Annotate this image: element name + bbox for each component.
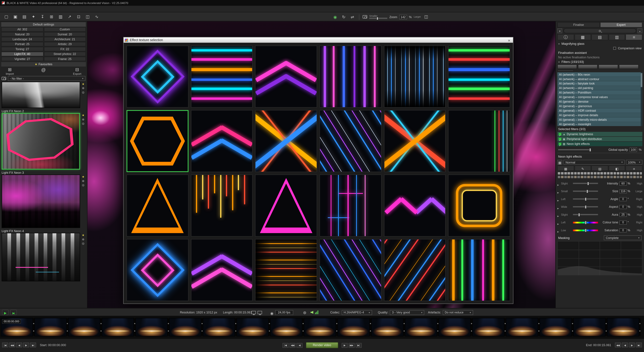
dialog-title-bar[interactable]: Effect texture selection xyxy=(124,38,513,43)
category-button[interactable]: Vignette: 27 xyxy=(1,57,43,61)
timeline-frame[interactable] xyxy=(136,318,168,336)
filter-list-item[interactable]: AI (general) – glamorous xyxy=(557,104,642,108)
timeline-frame[interactable] xyxy=(405,318,437,336)
blend-opacity-select[interactable]: 100% xyxy=(626,160,642,165)
category-button[interactable]: Custom xyxy=(44,27,86,32)
slider-handle[interactable] xyxy=(587,182,589,185)
texture-thumbnail[interactable] xyxy=(255,174,317,236)
close-icon[interactable] xyxy=(506,38,512,42)
category-button[interactable]: Street photos: 22 xyxy=(44,52,86,56)
timeline-frame[interactable] xyxy=(102,318,134,336)
category-button[interactable]: Light FX: 40 xyxy=(1,52,43,56)
texture-thumbnail[interactable] xyxy=(191,239,253,301)
filter-enabled-checkbox[interactable] xyxy=(559,133,562,136)
texture-thumbnail[interactable] xyxy=(255,239,317,301)
zoom-plus-icon[interactable] xyxy=(82,87,84,90)
expand-arrow-icon[interactable] xyxy=(557,188,560,195)
texture-thumbnail[interactable] xyxy=(384,110,446,172)
category-button[interactable]: Artistic: 29 xyxy=(44,42,86,46)
effect-grid-button[interactable] xyxy=(557,160,562,165)
speaker-icon[interactable] xyxy=(310,311,313,314)
end-step-back-button[interactable]: ◀ xyxy=(622,342,628,347)
layout-tab-icon[interactable]: ▤ xyxy=(592,34,608,40)
artefacts-select[interactable]: Do not reduce xyxy=(442,310,473,315)
timeline-frame[interactable] xyxy=(270,318,302,336)
category-button[interactable]: Natural: 20 xyxy=(1,32,43,36)
rewind-button[interactable]: ◀◀ xyxy=(9,342,15,347)
filter-list-item[interactable]: AI (general) – improve details xyxy=(557,113,642,118)
texture-thumbnail[interactable] xyxy=(255,110,317,172)
filters-header-row[interactable]: Filters (193/193) xyxy=(557,60,642,64)
texture-thumbnail[interactable] xyxy=(126,174,188,236)
preview-toggle-icon[interactable] xyxy=(332,14,338,20)
copy-project-icon[interactable]: ▣ xyxy=(12,13,19,20)
slider-value-input[interactable]: 0 xyxy=(619,228,627,232)
slider-handle[interactable] xyxy=(584,228,586,232)
blend-mode-select[interactable]: Normal xyxy=(564,160,625,165)
menu-item[interactable] xyxy=(21,6,30,12)
jump-end-button[interactable]: ▶| xyxy=(30,342,36,347)
filter-list-item[interactable]: AI (general) – moonlight xyxy=(557,122,642,126)
apply-target-icon[interactable] xyxy=(82,242,84,245)
expand-arrow-icon[interactable] xyxy=(557,211,560,218)
import-button[interactable]: Import xyxy=(6,68,14,75)
favourite-star-icon[interactable] xyxy=(82,176,84,178)
global-opacity-slider[interactable] xyxy=(558,149,591,150)
filter-preview[interactable] xyxy=(578,64,598,69)
flip-icon[interactable] xyxy=(349,14,356,20)
texture-thumbnail[interactable] xyxy=(448,174,510,236)
email-button[interactable]: @ xyxy=(41,68,46,75)
filter-list-item[interactable]: AI (artwork) – Pointillism xyxy=(557,90,642,95)
expand-arrow-icon[interactable] xyxy=(557,195,560,202)
texture-thumbnail[interactable] xyxy=(191,46,253,108)
slider-handle[interactable] xyxy=(584,220,586,224)
slider-track[interactable] xyxy=(573,190,598,192)
export-button[interactable]: Export xyxy=(73,68,81,75)
slider-value-input[interactable]: 25 xyxy=(619,212,627,216)
filter-enabled-checkbox[interactable] xyxy=(559,142,562,146)
menu-item[interactable] xyxy=(12,6,21,12)
texture-thumbnail[interactable] xyxy=(384,174,446,236)
share-icon[interactable]: ↗ xyxy=(66,13,73,20)
zoom-slider[interactable] xyxy=(369,18,388,19)
play-icon[interactable] xyxy=(2,310,8,315)
timeline-frame[interactable] xyxy=(472,318,504,336)
monitor-icon[interactable] xyxy=(252,311,256,314)
Light FX Neon 4[interactable]: Light FX Neon 4 xyxy=(2,229,86,282)
preset-item[interactable] xyxy=(2,82,86,108)
slider-handle[interactable] xyxy=(578,213,580,216)
comparison-view-checkbox[interactable] xyxy=(613,47,616,50)
render-video-button[interactable]: Render video xyxy=(306,342,338,348)
waveform-icon[interactable]: ∿ xyxy=(93,13,100,20)
refresh-icon[interactable] xyxy=(340,14,347,20)
timeline-frame[interactable] xyxy=(68,318,100,336)
texture-thumbnail[interactable] xyxy=(126,110,188,172)
render-step-forward-button[interactable]: ▶ xyxy=(342,343,348,348)
apply-target-icon[interactable] xyxy=(82,122,84,125)
Light FX Neon 2[interactable]: Light FX Neon 2 xyxy=(2,109,86,170)
category-button[interactable]: Frame: 25 xyxy=(44,57,86,61)
filter-list-item[interactable]: AI (artwork) – abstract contour xyxy=(557,77,642,81)
compare-view-icon[interactable]: ◫ xyxy=(84,13,91,20)
render-rewind-button[interactable]: ◀◀ xyxy=(290,343,296,348)
preset-thumbnail[interactable] xyxy=(2,82,80,108)
controls-tab-icon[interactable]: ≡ xyxy=(626,34,642,40)
texture-thumbnail[interactable] xyxy=(320,110,381,172)
eye-icon[interactable] xyxy=(270,309,273,316)
end-step-forward-button[interactable]: ▶ xyxy=(629,342,635,347)
list-icon[interactable] xyxy=(626,166,642,171)
jump-start-button[interactable]: |◀ xyxy=(2,342,8,347)
category-button[interactable]: FX: 22 xyxy=(44,47,86,51)
apply-target-icon[interactable] xyxy=(82,184,84,186)
timeline-frame[interactable] xyxy=(439,318,471,336)
timeline-frame[interactable] xyxy=(338,318,370,336)
effects-wand-icon[interactable]: ✦ xyxy=(30,13,37,20)
menu-item[interactable] xyxy=(3,6,12,12)
timeline-frame[interactable] xyxy=(607,318,639,336)
texture-thumbnail[interactable] xyxy=(255,46,317,108)
slider-value-input[interactable]: 0 xyxy=(619,220,627,224)
editing-canvas[interactable]: Effect texture selection xyxy=(88,21,555,308)
menu-item[interactable] xyxy=(30,6,40,12)
timeline-frame[interactable] xyxy=(203,318,235,336)
preset-thumbnail[interactable] xyxy=(2,233,80,282)
